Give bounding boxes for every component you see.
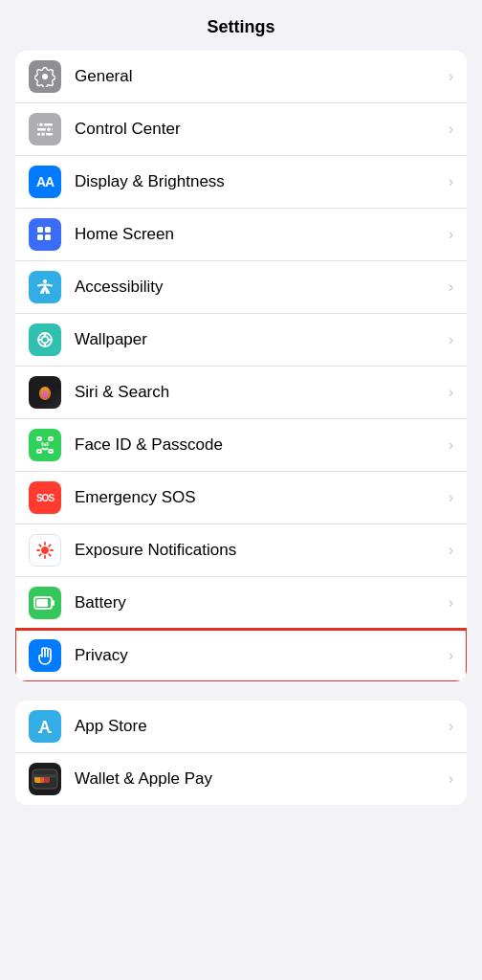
icon-wallpaper <box>29 323 61 356</box>
svg-point-12 <box>42 337 49 344</box>
chevron-exposure: › <box>449 542 453 559</box>
svg-line-29 <box>49 554 51 556</box>
settings-row-battery[interactable]: Battery› <box>15 577 467 630</box>
settings-row-wallpaper[interactable]: Wallpaper› <box>15 314 467 367</box>
svg-rect-9 <box>45 234 51 240</box>
settings-row-siri-search[interactable]: Siri & Search› <box>15 367 467 419</box>
label-app-store: App Store <box>75 717 445 736</box>
settings-row-control-center[interactable]: Control Center› <box>15 103 467 156</box>
settings-row-app-store[interactable]: A App Store› <box>15 701 467 753</box>
icon-privacy <box>29 639 61 672</box>
settings-row-general[interactable]: General› <box>15 51 467 103</box>
section-section1: General› Control Center›AADisplay & Brig… <box>15 51 467 681</box>
label-control-center: Control Center <box>75 120 445 139</box>
chevron-privacy: › <box>449 647 453 664</box>
chevron-siri-search: › <box>449 384 453 401</box>
chevron-battery: › <box>449 594 453 612</box>
label-wallet: Wallet & Apple Pay <box>75 769 445 789</box>
page-header: Settings <box>0 0 482 51</box>
icon-general <box>29 60 61 93</box>
icon-display-brightness: AA <box>29 166 61 198</box>
icon-exposure <box>29 534 61 567</box>
icon-face-id <box>29 429 61 461</box>
settings-row-privacy[interactable]: Privacy› <box>15 630 467 681</box>
svg-point-1 <box>39 122 44 127</box>
label-exposure: Exposure Notifications <box>75 541 445 560</box>
settings-row-exposure[interactable]: Exposure Notifications› <box>15 524 467 577</box>
label-display-brightness: Display & Brightness <box>75 172 445 191</box>
settings-row-emergency-sos[interactable]: SOSEmergency SOS› <box>15 472 467 524</box>
section-section2: A App Store› Wallet & Apple Pay› <box>15 701 467 805</box>
svg-line-33 <box>39 545 41 546</box>
settings-row-wallet[interactable]: Wallet & Apple Pay› <box>15 753 467 805</box>
label-wallpaper: Wallpaper <box>75 330 445 349</box>
svg-rect-8 <box>37 234 43 240</box>
svg-point-5 <box>41 132 46 137</box>
icon-battery <box>29 587 61 619</box>
icon-home-screen <box>29 218 61 251</box>
settings-row-display-brightness[interactable]: AADisplay & Brightness› <box>15 156 467 209</box>
svg-point-10 <box>43 279 47 283</box>
chevron-wallet: › <box>449 770 453 788</box>
svg-rect-20 <box>49 437 53 440</box>
svg-rect-38 <box>36 599 48 607</box>
svg-rect-22 <box>49 450 53 453</box>
label-face-id: Face ID & Passcode <box>75 435 445 455</box>
label-accessibility: Accessibility <box>75 278 445 297</box>
svg-rect-6 <box>37 227 43 233</box>
svg-rect-46 <box>33 774 57 777</box>
icon-siri-search <box>29 376 61 409</box>
chevron-control-center: › <box>449 121 453 138</box>
svg-line-31 <box>39 554 41 556</box>
label-privacy: Privacy <box>75 646 445 665</box>
settings-row-accessibility[interactable]: Accessibility› <box>15 261 467 314</box>
label-siri-search: Siri & Search <box>75 383 445 402</box>
svg-rect-21 <box>37 450 41 453</box>
icon-control-center <box>29 113 61 145</box>
svg-rect-19 <box>37 437 41 440</box>
chevron-display-brightness: › <box>449 173 453 190</box>
chevron-wallpaper: › <box>449 331 453 348</box>
svg-line-35 <box>49 545 51 546</box>
svg-point-18 <box>41 388 49 397</box>
label-home-screen: Home Screen <box>75 225 445 244</box>
label-general: General <box>75 67 445 86</box>
chevron-accessibility: › <box>449 278 453 296</box>
settings-row-face-id[interactable]: Face ID & Passcode› <box>15 419 467 472</box>
icon-wallet <box>29 763 61 795</box>
chevron-general: › <box>449 68 453 85</box>
chevron-app-store: › <box>449 718 453 735</box>
chevron-face-id: › <box>449 436 453 454</box>
svg-rect-37 <box>52 600 55 606</box>
icon-emergency-sos: SOS <box>29 481 61 514</box>
icon-accessibility <box>29 271 61 303</box>
label-emergency-sos: Emergency SOS <box>75 488 445 507</box>
label-battery: Battery <box>75 593 445 612</box>
settings-row-home-screen[interactable]: Home Screen› <box>15 209 467 261</box>
svg-rect-7 <box>45 227 51 233</box>
chevron-emergency-sos: › <box>449 489 453 506</box>
icon-app-store: A <box>29 710 61 743</box>
chevron-home-screen: › <box>449 226 453 243</box>
svg-point-3 <box>47 127 52 132</box>
page-title: Settings <box>0 0 482 51</box>
